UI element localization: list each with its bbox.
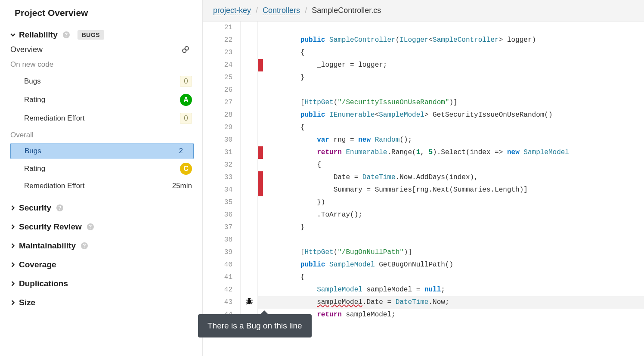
chevron-right-icon [10,205,15,211]
code-line[interactable]: 24 _logger = logger; [203,59,644,71]
code-line[interactable]: 43 sampleModel.Date = DateTime.Now; [203,296,644,309]
overall-row-bugs[interactable]: Bugs2 [10,143,194,159]
line-number: 35 [203,196,241,209]
gutter-issue-slot [241,234,258,246]
line-number: 34 [203,184,241,196]
code-line[interactable]: 30 var rng = new Random(); [203,134,644,146]
code-text: var rng = new Random(); [263,134,412,146]
section-reliability[interactable]: Reliability ? BUGS [10,30,202,40]
section-coverage[interactable]: Coverage [10,260,202,269]
line-number: 23 [203,46,241,59]
coverage-marker [258,146,263,159]
code-line[interactable]: 35 }) [203,196,644,209]
section-duplications[interactable]: Duplications [10,279,202,288]
help-icon[interactable]: ? [56,204,63,211]
metric-label: Remediation Effort [24,114,84,123]
link-icon [181,45,190,54]
code-text: [HttpGet("/SecurityIssueOnUseRandom")] [263,96,458,109]
section-title: Duplications [19,279,68,288]
chevron-right-icon [10,300,15,305]
code-line[interactable]: 38 [203,234,644,246]
code-line[interactable]: 42 SampleModel sampleModel = null; [203,284,644,296]
metric-value: 25min [172,182,192,190]
page-title: Project Overview [15,8,202,18]
code-line[interactable]: 36 .ToArray(); [203,209,644,221]
code-line[interactable]: 34 Summary = Summaries[rng.Next(Summarie… [203,184,644,196]
svg-point-1 [185,46,189,50]
code-text: SampleModel sampleModel = null; [263,284,445,296]
breadcrumb: project-key / Controllers / SampleContro… [203,0,644,22]
section-security[interactable]: Security? [10,203,202,213]
code-text: public SampleController(ILogger<SampleCo… [263,34,536,46]
section-size[interactable]: Size [10,298,202,307]
overview-link[interactable]: Overview [10,45,202,54]
code-line[interactable]: 39 [HttpGet("/BugOnNullPath")] [203,246,644,259]
bug-icon[interactable] [245,297,254,308]
coverage-marker [258,221,263,234]
chevron-right-icon [10,281,15,286]
code-line[interactable]: 33 Date = DateTime.Now.AddDays(index), [203,171,644,184]
section-title: Maintainability [19,241,76,251]
newcode-row-remediation-effort[interactable]: Remediation Effort0 [10,109,202,127]
code-line[interactable]: 29 { [203,121,644,134]
coverage-marker [258,34,263,46]
coverage-marker [258,246,263,259]
coverage-marker [258,196,263,209]
metric-value: 0 [180,113,192,124]
line-number: 40 [203,259,241,271]
gutter-issue-slot[interactable] [241,296,258,309]
overall-row-remediation-effort[interactable]: Remediation Effort25min [10,178,202,194]
overall-row-rating[interactable]: RatingC [10,159,202,178]
coverage-marker [258,209,263,221]
code-text [263,234,267,246]
coverage-marker [258,159,263,171]
code-text: [HttpGet("/BugOnNullPath")] [263,246,412,259]
coverage-marker [258,22,263,34]
code-text: .ToArray(); [263,209,362,221]
code-line[interactable]: 40 public SampleModel GetBugOnNullPath() [203,259,644,271]
gutter-issue-slot [241,184,258,196]
section-security-review[interactable]: Security Review? [10,222,202,232]
code-line[interactable]: 28 public IEnumerable<SampleModel> GetSe… [203,109,644,121]
code-line[interactable]: 37 } [203,221,644,234]
code-line[interactable]: 31 return Enumerable.Range(1, 5).Select(… [203,146,644,159]
help-icon[interactable]: ? [87,223,94,230]
code-line[interactable]: 21 [203,22,644,34]
gutter-issue-slot [241,134,258,146]
breadcrumb-project[interactable]: project-key [213,6,251,15]
code-line[interactable]: 22 public SampleController(ILogger<Sampl… [203,34,644,46]
code-line[interactable]: 25 } [203,71,644,84]
code-line[interactable]: 27 [HttpGet("/SecurityIssueOnUseRandom")… [203,96,644,109]
section-title: Size [19,298,35,307]
newcode-row-bugs[interactable]: Bugs0 [10,72,202,90]
gutter-issue-slot [241,46,258,59]
code-line[interactable]: 23 { [203,46,644,59]
gutter-issue-slot [241,171,258,184]
code-text: Summary = Summaries[rng.Next(Summaries.L… [263,184,528,196]
line-number: 31 [203,146,241,159]
code-text: }) [263,196,325,209]
newcode-row-rating[interactable]: RatingA [10,90,202,109]
code-viewer[interactable]: 2122 public SampleController(ILogger<Sam… [203,22,644,356]
coverage-marker [258,46,263,59]
section-maintainability[interactable]: Maintainability? [10,241,202,251]
metric-label: Rating [24,96,45,104]
breadcrumb-folder[interactable]: Controllers [263,6,300,15]
line-number: 32 [203,159,241,171]
code-line[interactable]: 32 { [203,159,644,171]
coverage-marker [258,121,263,134]
coverage-marker [258,296,263,309]
help-icon[interactable]: ? [63,31,70,38]
coverage-marker [258,134,263,146]
sidebar: Project Overview Reliability ? BUGS Over… [0,0,202,356]
code-line[interactable]: 41 { [203,271,644,284]
code-text: { [263,159,321,171]
line-number: 33 [203,171,241,184]
help-icon[interactable]: ? [81,242,88,249]
section-title: Security Review [19,222,82,232]
code-line[interactable]: 26 [203,84,644,96]
line-number: 27 [203,96,241,109]
metric-label: Bugs [24,77,41,86]
line-number: 25 [203,71,241,84]
coverage-marker [258,96,263,109]
